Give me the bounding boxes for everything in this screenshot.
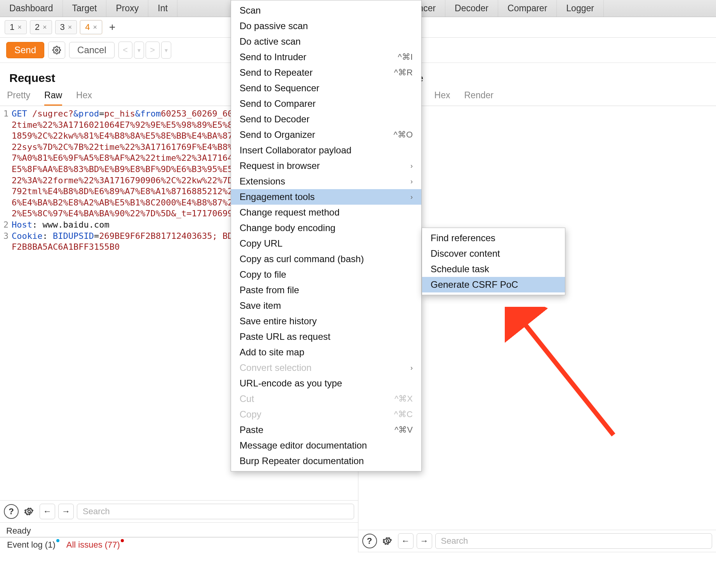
submenu-item-label: Generate CSRF PoC bbox=[431, 279, 518, 290]
sub-tab-label: 2 bbox=[35, 22, 40, 32]
menu-item[interactable]: Send to Decoder bbox=[231, 111, 421, 127]
top-tab-dashboard[interactable]: Dashboard bbox=[0, 0, 63, 17]
gear-icon bbox=[52, 46, 61, 54]
menu-shortcut: ^⌘O bbox=[394, 130, 413, 140]
search-prev-button[interactable]: ← bbox=[40, 504, 55, 519]
cancel-button[interactable]: Cancel bbox=[69, 42, 115, 58]
chevron-right-icon: › bbox=[410, 177, 413, 186]
history-forward-drop[interactable]: ▾ bbox=[161, 42, 171, 59]
view-tab-hex[interactable]: Hex bbox=[76, 90, 92, 106]
menu-item: Cut^⌘X bbox=[231, 391, 421, 407]
menu-item[interactable]: Copy to file bbox=[231, 267, 421, 282]
menu-item[interactable]: Insert Collaborator payload bbox=[231, 143, 421, 158]
menu-item[interactable]: Copy URL bbox=[231, 236, 421, 251]
chevron-right-icon: › bbox=[410, 193, 413, 201]
view-tab-hex[interactable]: Hex bbox=[434, 90, 450, 106]
top-tab-decoder[interactable]: Decoder bbox=[445, 0, 498, 17]
gear-icon bbox=[24, 506, 34, 517]
menu-item-label: Paste from file bbox=[240, 285, 299, 296]
menu-item[interactable]: Change body encoding bbox=[231, 220, 421, 236]
menu-item-label: Change body encoding bbox=[240, 223, 335, 233]
send-button[interactable]: Send bbox=[6, 42, 44, 58]
menu-item-label: Paste bbox=[240, 424, 263, 435]
svg-point-1 bbox=[28, 510, 31, 513]
menu-item[interactable]: URL-encode as you type bbox=[231, 376, 421, 391]
top-tab-logger[interactable]: Logger bbox=[557, 0, 604, 17]
menu-item[interactable]: Engagement tools› bbox=[231, 189, 421, 205]
top-tab-target[interactable]: Target bbox=[63, 0, 107, 17]
settings-small-button[interactable] bbox=[22, 504, 36, 519]
top-tab-intruder[interactable]: Int bbox=[148, 0, 177, 17]
menu-item[interactable]: Send to Comparer bbox=[231, 96, 421, 111]
menu-item[interactable]: Save entire history bbox=[231, 313, 421, 329]
menu-item[interactable]: Send to Sequencer bbox=[231, 80, 421, 96]
menu-item[interactable]: Save item bbox=[231, 298, 421, 313]
event-log-link[interactable]: Event log (1) bbox=[7, 540, 56, 550]
help-button[interactable]: ? bbox=[4, 504, 19, 519]
sub-tab-4[interactable]: 4× bbox=[80, 20, 102, 34]
view-tab-render[interactable]: Render bbox=[464, 90, 494, 106]
menu-item-label: Send to Repeater bbox=[240, 67, 313, 78]
menu-item-label: Save entire history bbox=[240, 316, 317, 327]
all-issues-link[interactable]: All issues (77) bbox=[66, 540, 120, 550]
search-prev-button[interactable]: ← bbox=[398, 533, 414, 549]
menu-item-label: Scan bbox=[240, 5, 261, 16]
close-icon[interactable]: × bbox=[68, 23, 72, 31]
dot-icon bbox=[56, 539, 59, 542]
menu-item[interactable]: Paste from file bbox=[231, 282, 421, 298]
sub-tab-3[interactable]: 3× bbox=[55, 20, 77, 34]
menu-item[interactable]: Copy as curl command (bash) bbox=[231, 251, 421, 267]
sub-tab-1[interactable]: 1× bbox=[5, 20, 27, 34]
menu-item[interactable]: Scan bbox=[231, 3, 421, 18]
settings-small-button[interactable] bbox=[380, 534, 395, 548]
history-forward-button[interactable]: > bbox=[146, 42, 160, 59]
close-icon[interactable]: × bbox=[93, 23, 97, 31]
close-icon[interactable]: × bbox=[43, 23, 47, 31]
add-tab-button[interactable]: + bbox=[105, 20, 119, 34]
menu-item-label: Do passive scan bbox=[240, 21, 308, 31]
chevron-right-icon: › bbox=[410, 162, 413, 170]
line-number: 1 bbox=[3, 108, 12, 120]
submenu-item[interactable]: Generate CSRF PoC bbox=[422, 277, 565, 292]
top-tab-comparer[interactable]: Comparer bbox=[498, 0, 557, 17]
history-back-button[interactable]: < bbox=[118, 42, 132, 59]
menu-item-label: Cut bbox=[240, 393, 254, 404]
menu-shortcut: ^⌘C bbox=[394, 409, 413, 419]
submenu-item[interactable]: Schedule task bbox=[422, 261, 565, 277]
menu-item[interactable]: Message editor documentation bbox=[231, 438, 421, 453]
sub-tab-label: 3 bbox=[60, 22, 65, 32]
menu-item[interactable]: Send to Organizer^⌘O bbox=[231, 127, 421, 143]
close-icon[interactable]: × bbox=[17, 23, 22, 31]
menu-item[interactable]: Paste URL as request bbox=[231, 329, 421, 344]
submenu-item[interactable]: Find references bbox=[422, 230, 565, 246]
history-back-drop[interactable]: ▾ bbox=[134, 42, 144, 59]
menu-item[interactable]: Send to Intruder^⌘I bbox=[231, 49, 421, 65]
menu-item: Copy^⌘C bbox=[231, 407, 421, 422]
settings-button[interactable] bbox=[48, 42, 65, 59]
menu-item[interactable]: Do passive scan bbox=[231, 18, 421, 34]
menu-item-label: URL-encode as you type bbox=[240, 378, 342, 389]
search-next-button[interactable]: → bbox=[58, 504, 74, 519]
menu-item[interactable]: Do active scan bbox=[231, 34, 421, 49]
nav-history-buttons: < ▾ > ▾ bbox=[118, 42, 171, 59]
menu-item[interactable]: Request in browser› bbox=[231, 158, 421, 174]
view-tab-pretty[interactable]: Pretty bbox=[7, 90, 30, 106]
request-search-input[interactable] bbox=[77, 504, 354, 519]
response-search-input[interactable] bbox=[435, 533, 713, 549]
view-tab-raw[interactable]: Raw bbox=[44, 90, 62, 106]
submenu-item[interactable]: Discover content bbox=[422, 246, 565, 261]
help-button[interactable]: ? bbox=[362, 534, 377, 548]
menu-item[interactable]: Extensions› bbox=[231, 174, 421, 189]
sub-tab-2[interactable]: 2× bbox=[30, 20, 52, 34]
menu-item-label: Send to Organizer bbox=[240, 129, 315, 140]
menu-shortcut: ^⌘I bbox=[398, 52, 413, 62]
menu-item[interactable]: Add to site map bbox=[231, 344, 421, 360]
menu-item-label: Save item bbox=[240, 300, 281, 311]
menu-item[interactable]: Paste^⌘V bbox=[231, 422, 421, 438]
top-tab-proxy[interactable]: Proxy bbox=[106, 0, 148, 17]
menu-item[interactable]: Send to Repeater^⌘R bbox=[231, 65, 421, 80]
search-next-button[interactable]: → bbox=[417, 533, 432, 549]
menu-item[interactable]: Change request method bbox=[231, 205, 421, 220]
menu-item[interactable]: Burp Repeater documentation bbox=[231, 453, 421, 469]
menu-item-label: Convert selection bbox=[240, 362, 311, 373]
